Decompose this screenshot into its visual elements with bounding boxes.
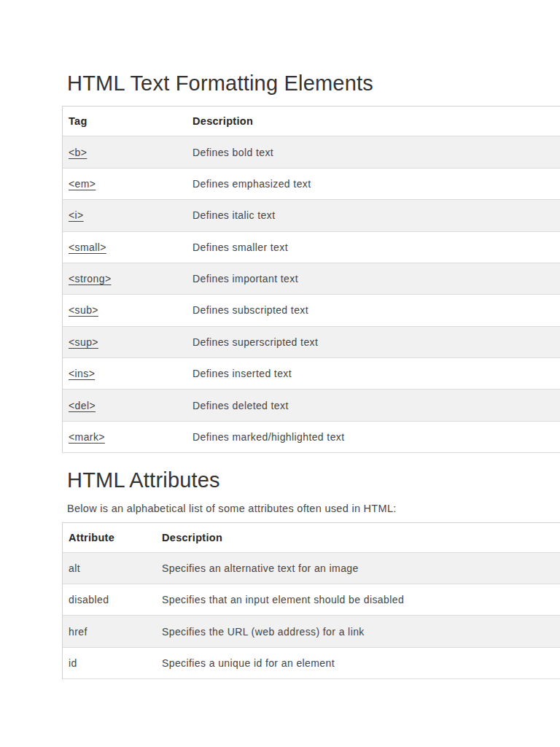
table-row: <del> Defines deleted text	[63, 390, 560, 421]
attribute-name: alt	[63, 562, 156, 574]
formatting-elements-table: Tag Description <b> Defines bold text <e…	[62, 106, 560, 453]
description-cell: Defines important text	[187, 273, 560, 285]
attributes-table: Attribute Description alt Specifies an a…	[62, 522, 560, 680]
table-row: id Specifies a unique id for an element	[63, 648, 560, 679]
section-title-attributes: HTML Attributes	[67, 468, 560, 492]
tag-link-ins[interactable]: <ins>	[69, 368, 95, 379]
table-row: <b> Defines bold text	[63, 136, 560, 168]
page-content: HTML Text Formatting Elements Tag Descri…	[0, 0, 560, 679]
column-header-description: Description	[187, 115, 560, 127]
table-row: <em> Defines emphasized text	[63, 169, 560, 200]
description-cell: Specifies that an input element should b…	[156, 594, 560, 605]
column-header-tag: Tag	[63, 115, 187, 127]
attribute-name: id	[63, 657, 156, 669]
table-header-row: Attribute Description	[63, 523, 560, 553]
column-header-attribute: Attribute	[63, 532, 156, 543]
table-row: <small> Defines smaller text	[63, 232, 560, 263]
description-cell: Defines inserted text	[187, 368, 560, 379]
description-cell: Defines deleted text	[187, 400, 560, 411]
table-header-row: Tag Description	[63, 107, 560, 136]
attributes-intro: Below is an alphabetical list of some at…	[67, 503, 560, 514]
table-row: <ins> Defines inserted text	[63, 358, 560, 390]
table-row: <sup> Defines superscripted text	[63, 327, 560, 358]
table-row: <strong> Defines important text	[63, 263, 560, 295]
column-header-description: Description	[156, 532, 560, 543]
table-row: <i> Defines italic text	[63, 200, 560, 231]
description-cell: Defines marked/highlighted text	[187, 431, 560, 443]
tag-link-mark[interactable]: <mark>	[69, 431, 105, 443]
tag-link-sup[interactable]: <sup>	[69, 336, 98, 348]
document-page: HTML Text Formatting Elements Tag Descri…	[0, 0, 560, 747]
description-cell: Specifies an alternative text for an ima…	[156, 562, 560, 574]
tag-link-del[interactable]: <del>	[69, 400, 96, 411]
table-row: alt Specifies an alternative text for an…	[63, 553, 560, 584]
description-cell: Defines italic text	[187, 209, 560, 221]
description-cell: Specifies a unique id for an element	[156, 657, 560, 669]
tag-link-i[interactable]: <i>	[69, 209, 84, 221]
description-cell: Defines superscripted text	[187, 336, 560, 348]
table-row: disabled Specifies that an input element…	[63, 584, 560, 616]
table-row: <mark> Defines marked/highlighted text	[63, 422, 560, 453]
table-row: <sub> Defines subscripted text	[63, 295, 560, 326]
description-cell: Specifies the URL (web address) for a li…	[156, 626, 560, 638]
table-row: href Specifies the URL (web address) for…	[63, 616, 560, 647]
section-title-text-formatting: HTML Text Formatting Elements	[67, 71, 560, 96]
tag-link-b[interactable]: <b>	[69, 147, 87, 158]
description-cell: Defines emphasized text	[187, 178, 560, 190]
description-cell: Defines bold text	[187, 147, 560, 158]
attribute-name: disabled	[63, 594, 156, 605]
description-cell: Defines subscripted text	[187, 304, 560, 316]
tag-link-strong[interactable]: <strong>	[69, 273, 111, 285]
description-cell: Defines smaller text	[187, 241, 560, 253]
attribute-name: href	[63, 626, 156, 638]
tag-link-sub[interactable]: <sub>	[69, 304, 98, 316]
tag-link-small[interactable]: <small>	[69, 241, 106, 253]
tag-link-em[interactable]: <em>	[69, 178, 96, 190]
